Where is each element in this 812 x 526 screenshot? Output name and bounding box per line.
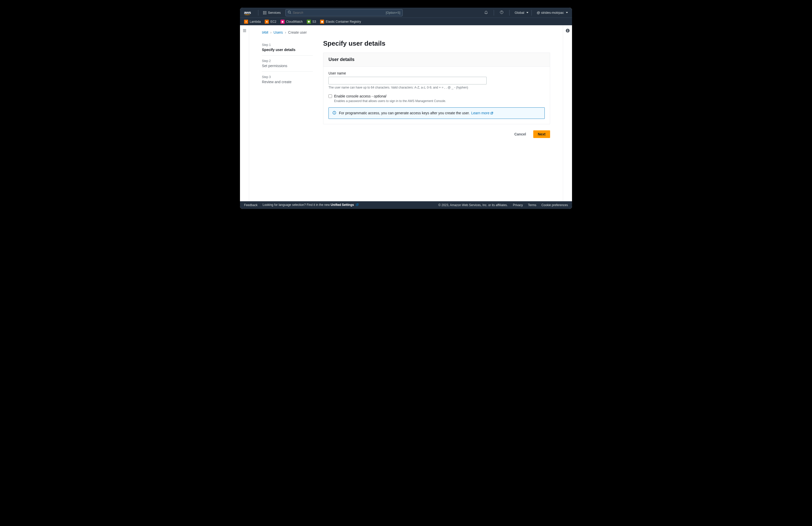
ecr-icon: ▣ <box>320 20 324 24</box>
region-selector[interactable]: Global <box>514 11 528 15</box>
search-icon <box>288 11 293 15</box>
s3-icon: ⬢ <box>307 20 311 24</box>
wizard-actions: Cancel Next <box>323 130 550 138</box>
shortcut-label: EC2 <box>270 20 276 24</box>
step-title: Specify user details <box>262 48 313 52</box>
services-label: Services <box>268 11 281 15</box>
svg-rect-3 <box>263 12 264 13</box>
username-hint: The user name can have up to 64 characte… <box>329 86 545 89</box>
svg-point-20 <box>567 30 568 30</box>
left-panel-toggle[interactable] <box>240 25 249 201</box>
search-input[interactable] <box>293 11 386 15</box>
wizard-step-1[interactable]: Step 1 Specify user details <box>262 40 313 56</box>
info-icon <box>332 111 336 116</box>
svg-rect-18 <box>334 113 334 114</box>
next-button[interactable]: Next <box>533 130 550 138</box>
caret-down-icon <box>526 12 528 13</box>
lambda-icon: λ <box>244 20 248 24</box>
breadcrumb: IAM › Users › Create user <box>262 30 550 34</box>
info-text: For programmatic access, you can generat… <box>339 111 470 115</box>
caret-down-icon <box>566 12 568 13</box>
svg-rect-5 <box>265 12 266 13</box>
footer-lang-prompt: Looking for language selection? Find it … <box>263 203 359 207</box>
svg-line-10 <box>290 13 291 14</box>
notifications-button[interactable] <box>484 10 488 15</box>
feedback-link[interactable]: Feedback <box>244 203 258 207</box>
username-input[interactable] <box>329 77 487 84</box>
svg-rect-4 <box>264 12 265 13</box>
shortcut-cloudwatch[interactable]: ◉ CloudWatch <box>280 20 303 24</box>
external-link-icon <box>356 203 359 207</box>
info-alert: For programmatic access, you can generat… <box>329 108 545 119</box>
footer-copyright: © 2023, Amazon Web Services, Inc. or its… <box>438 203 508 207</box>
svg-rect-0 <box>263 11 264 12</box>
services-menu-button[interactable]: Services <box>261 10 282 16</box>
svg-rect-2 <box>265 11 266 12</box>
learn-more-link[interactable]: Learn more <box>471 111 494 115</box>
right-panel-toggle[interactable] <box>563 25 572 201</box>
unified-settings-link[interactable]: Unified Settings <box>331 203 359 207</box>
shortcut-label: CloudWatch <box>286 20 303 24</box>
step-number: Step 1 <box>262 43 313 47</box>
svg-point-17 <box>334 112 335 113</box>
panel-header: User details <box>329 57 545 62</box>
chevron-right-icon: › <box>270 30 272 34</box>
privacy-link[interactable]: Privacy <box>513 203 523 207</box>
shortcut-label: Elastic Container Registry <box>326 20 361 24</box>
bell-icon <box>484 10 488 15</box>
wizard-steps: Step 1 Specify user details Step 2 Set p… <box>262 40 313 138</box>
help-button[interactable] <box>499 10 504 15</box>
hamburger-icon <box>242 28 247 201</box>
apps-grid-icon <box>263 11 266 15</box>
divider <box>532 10 532 16</box>
username-label: User name <box>329 71 545 75</box>
step-title: Review and create <box>262 80 313 84</box>
footer: Feedback Looking for language selection?… <box>240 201 572 209</box>
ec2-icon: ◙ <box>265 20 269 24</box>
shortcut-label: S3 <box>313 20 316 24</box>
svg-rect-6 <box>263 14 264 14</box>
region-label: Global <box>514 11 524 15</box>
console-access-description: Enables a password that allows users to … <box>334 99 446 103</box>
user-details-panel: User details User name The user name can… <box>323 53 550 124</box>
step-number: Step 2 <box>262 59 313 63</box>
help-icon <box>499 10 504 15</box>
cancel-button[interactable]: Cancel <box>510 130 531 138</box>
page-title: Specify user details <box>323 40 550 47</box>
svg-rect-8 <box>265 14 266 14</box>
shortcut-label: Lambda <box>250 20 261 24</box>
shortcut-ecr[interactable]: ▣ Elastic Container Registry <box>320 20 361 24</box>
divider <box>494 10 494 16</box>
shortcut-ec2[interactable]: ◙ EC2 <box>265 20 276 24</box>
cookie-preferences-link[interactable]: Cookie preferences <box>541 203 568 207</box>
shortcut-lambda[interactable]: λ Lambda <box>244 20 261 24</box>
external-link-icon <box>490 112 493 116</box>
step-number: Step 3 <box>262 75 313 79</box>
top-nav: aws Services [Option+S] <box>240 8 572 18</box>
wizard-step-3[interactable]: Step 3 Review and create <box>262 72 313 87</box>
breadcrumb-current: Create user <box>288 30 307 34</box>
wizard-step-2[interactable]: Step 2 Set permissions <box>262 56 313 72</box>
svg-rect-1 <box>264 11 265 12</box>
svg-rect-7 <box>264 14 265 14</box>
cloudwatch-icon: ◉ <box>280 20 285 24</box>
search-box[interactable]: [Option+S] <box>285 9 403 16</box>
svg-point-9 <box>288 11 290 13</box>
shortcut-s3[interactable]: ⬢ S3 <box>307 20 316 24</box>
aws-logo[interactable]: aws <box>244 10 251 15</box>
console-access-label: Enable console access - optional <box>334 94 386 98</box>
console-access-checkbox[interactable] <box>329 95 332 98</box>
divider <box>258 10 258 16</box>
info-panel-icon <box>565 28 570 201</box>
breadcrumb-iam[interactable]: IAM <box>262 30 268 34</box>
favorites-bar: λ Lambda ◙ EC2 ◉ CloudWatch ⬢ S3 ▣ Elast… <box>240 18 572 25</box>
account-menu[interactable]: @ strides-motrpac <box>537 11 568 15</box>
chevron-right-icon: › <box>285 30 286 34</box>
account-label: @ strides-motrpac <box>537 11 564 15</box>
search-shortcut: [Option+S] <box>386 11 401 15</box>
svg-rect-21 <box>567 30 568 32</box>
step-title: Set permissions <box>262 64 313 68</box>
breadcrumb-users[interactable]: Users <box>274 30 283 34</box>
terms-link[interactable]: Terms <box>528 203 536 207</box>
